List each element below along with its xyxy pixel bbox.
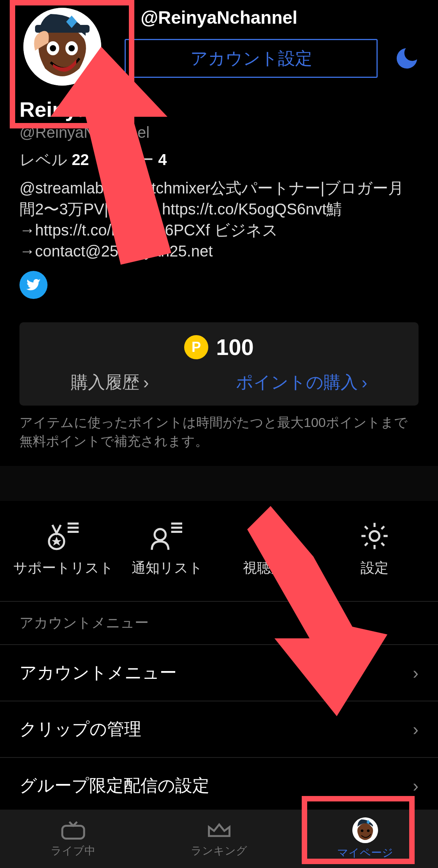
- settings-button[interactable]: 設定: [323, 520, 426, 578]
- menu-label: クリップの管理: [19, 718, 141, 741]
- star-value: 4: [158, 151, 167, 168]
- menu-group-stream-settings[interactable]: グループ限定配信の設定 ›: [0, 757, 438, 814]
- points-card: P 100 購入履歴 › ポイントの購入 ›: [19, 322, 419, 406]
- purchase-history-label: 購入履歴: [71, 371, 139, 394]
- profile-stats: レベル 22 スター 4: [19, 149, 419, 170]
- tab-mypage-label: マイページ: [337, 845, 393, 860]
- profile-section: ReinyaN @ReinyaNchannel レベル 22 スター 4 @st…: [0, 82, 438, 311]
- chevron-right-icon: ›: [413, 663, 419, 683]
- svg-point-5: [69, 45, 75, 51]
- menu-account-menu[interactable]: アカウントメニュー ›: [0, 644, 438, 701]
- buy-points-link[interactable]: ポイントの購入 ›: [236, 371, 368, 394]
- svg-point-15: [369, 531, 379, 541]
- settings-label: 設定: [361, 559, 389, 578]
- profile-bio: @streamlabs @watchmixer公式パートナー|ブロガー月間2〜3…: [19, 177, 419, 262]
- tab-mypage-avatar: [352, 817, 378, 843]
- level-value: 22: [72, 151, 89, 168]
- star-label: スター: [106, 151, 154, 168]
- profile-username: @ReinyaNchannel: [19, 124, 419, 141]
- notify-list-button[interactable]: 通知リスト: [115, 520, 219, 578]
- svg-rect-16: [62, 826, 84, 838]
- chevron-right-icon: ›: [143, 373, 149, 392]
- support-list-label: サポートリスト: [13, 559, 114, 578]
- menu-label: グループ限定配信の設定: [19, 774, 209, 797]
- account-settings-button[interactable]: アカウント設定: [125, 39, 378, 78]
- watch-history-button[interactable]: 視聴履歴: [219, 520, 323, 578]
- tab-live-label: ライブ中: [51, 843, 95, 858]
- menu-label: アカウントメニュー: [19, 661, 177, 684]
- tab-live[interactable]: ライブ中: [0, 810, 146, 868]
- points-note: アイテムに使ったポイントは時間がたつと最大100ポイントまで無料ポイントで補充さ…: [0, 406, 438, 466]
- watch-history-label: 視聴履歴: [243, 559, 299, 578]
- crown-icon: [206, 821, 232, 840]
- display-name: ReinyaN: [19, 97, 419, 121]
- points-value: 100: [216, 334, 254, 360]
- points-coin-icon: P: [184, 335, 208, 359]
- header-username: @ReinyaNchannel: [141, 7, 297, 28]
- tab-ranking-label: ランキング: [191, 843, 247, 858]
- tab-ranking[interactable]: ランキング: [146, 810, 292, 868]
- tab-mypage[interactable]: マイページ: [292, 810, 438, 868]
- tab-bar: ライブ中 ランキング マイページ: [0, 810, 438, 868]
- tv-icon: [60, 821, 86, 840]
- points-balance: P 100: [27, 334, 411, 360]
- avatar[interactable]: [23, 8, 101, 86]
- gear-icon: [359, 521, 390, 551]
- twitter-link[interactable]: [19, 271, 47, 299]
- twitter-icon: [26, 277, 41, 293]
- chevron-right-icon: ›: [413, 720, 419, 739]
- menu-clip-manage[interactable]: クリップの管理 ›: [0, 701, 438, 757]
- notify-list-label: 通知リスト: [132, 559, 203, 578]
- moon-icon: [393, 45, 420, 72]
- dark-mode-toggle[interactable]: [387, 45, 426, 72]
- account-menu-heading: アカウントメニュー: [0, 601, 438, 644]
- level-label: レベル: [19, 151, 67, 168]
- chevron-right-icon: ›: [362, 373, 368, 392]
- svg-point-4: [50, 45, 56, 51]
- person-list-icon: [150, 521, 184, 551]
- section-divider: [0, 466, 438, 501]
- chevron-right-icon: ›: [413, 776, 419, 796]
- purchase-history-link[interactable]: 購入履歴 ›: [71, 371, 149, 394]
- support-list-button[interactable]: サポートリスト: [12, 520, 115, 578]
- medal-list-icon: [47, 521, 80, 551]
- svg-point-19: [367, 829, 369, 832]
- quick-actions-grid: サポートリスト 通知リスト 視聴履歴 設定: [0, 501, 438, 601]
- clock-icon: [256, 521, 286, 551]
- svg-point-18: [361, 829, 363, 832]
- svg-point-13: [155, 529, 165, 540]
- buy-points-label: ポイントの購入: [236, 371, 358, 394]
